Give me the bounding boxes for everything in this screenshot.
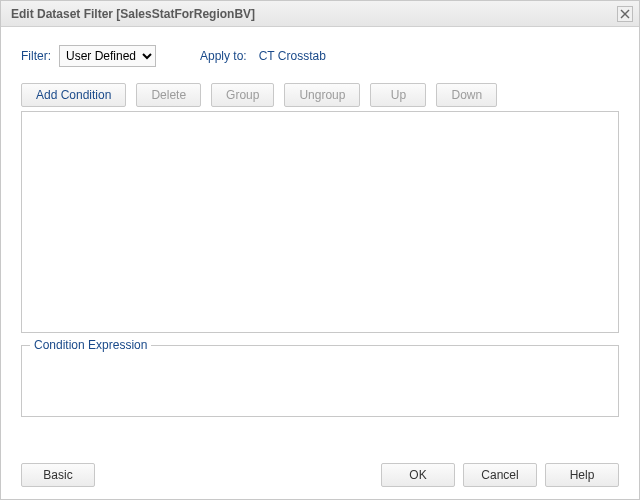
conditions-toolbar: Add Condition Delete Group Ungroup Up Do… (21, 83, 619, 107)
filter-row: Filter: User Defined Apply to: CT Crosst… (21, 45, 619, 67)
apply-to-value: CT Crosstab (259, 49, 326, 63)
add-condition-button[interactable]: Add Condition (21, 83, 126, 107)
delete-button[interactable]: Delete (136, 83, 201, 107)
condition-expression-legend: Condition Expression (30, 338, 151, 352)
dialog-edit-dataset-filter: Edit Dataset Filter [SalesStatForRegionB… (0, 0, 640, 500)
down-button[interactable]: Down (436, 83, 497, 107)
dialog-title: Edit Dataset Filter [SalesStatForRegionB… (11, 7, 255, 21)
conditions-panel[interactable] (21, 111, 619, 333)
ungroup-button[interactable]: Ungroup (284, 83, 360, 107)
condition-expression-fieldset: Condition Expression (21, 345, 619, 417)
ok-button[interactable]: OK (381, 463, 455, 487)
apply-to-label: Apply to: (200, 49, 247, 63)
filter-label: Filter: (21, 49, 51, 63)
dialog-footer: Basic OK Cancel Help (21, 463, 619, 487)
footer-right: OK Cancel Help (381, 463, 619, 487)
cancel-button[interactable]: Cancel (463, 463, 537, 487)
filter-select[interactable]: User Defined (59, 45, 156, 67)
footer-left: Basic (21, 463, 95, 487)
titlebar: Edit Dataset Filter [SalesStatForRegionB… (1, 1, 639, 27)
up-button[interactable]: Up (370, 83, 426, 107)
dialog-body: Filter: User Defined Apply to: CT Crosst… (1, 27, 639, 417)
help-button[interactable]: Help (545, 463, 619, 487)
close-icon[interactable] (617, 6, 633, 22)
basic-button[interactable]: Basic (21, 463, 95, 487)
group-button[interactable]: Group (211, 83, 274, 107)
